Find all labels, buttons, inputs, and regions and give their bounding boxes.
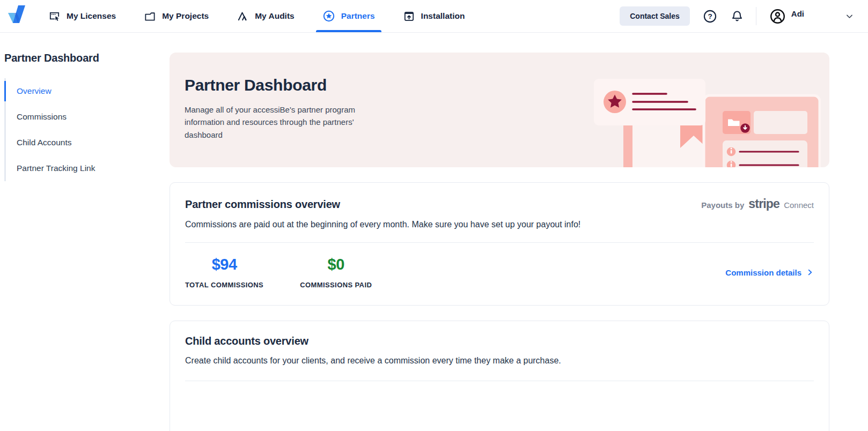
- commissions-stats-row: $94 TOTAL COMMISSIONS $0 COMMISSIONS PAI…: [185, 256, 814, 289]
- user-name: Adi: [791, 9, 804, 18]
- audits-peaks-icon: [237, 10, 249, 23]
- child-accounts-card-title: Child accounts overview: [185, 335, 814, 347]
- commission-details-link[interactable]: Commission details: [725, 268, 814, 277]
- total-commissions-stat: $94 TOTAL COMMISSIONS: [185, 256, 263, 289]
- commissions-card-title: Partner commissions overview: [185, 198, 340, 211]
- nav-my-audits[interactable]: My Audits: [234, 0, 296, 32]
- nav-partners[interactable]: Partners: [320, 0, 377, 32]
- star-circle-icon: [322, 10, 335, 23]
- notifications-button[interactable]: [730, 9, 744, 23]
- help-icon: ?: [703, 9, 717, 24]
- card-divider: [185, 381, 814, 381]
- connect-label: Connect: [784, 200, 814, 210]
- nav-my-projects[interactable]: My Projects: [142, 0, 211, 32]
- commission-details-label: Commission details: [725, 268, 801, 277]
- header-right-cluster: Contact Sales ? Adi: [620, 6, 868, 26]
- install-box-icon: [403, 10, 415, 23]
- partner-sidebar: Partner Dashboard Overview Commissions C…: [0, 33, 170, 181]
- svg-text:?: ?: [708, 12, 712, 20]
- folder-icon: [144, 10, 156, 23]
- license-window-icon: [48, 10, 61, 23]
- sidebar-item-commissions[interactable]: Commissions: [6, 104, 170, 130]
- nav-label: My Projects: [162, 11, 209, 21]
- payouts-by-label: Payouts by: [701, 200, 744, 210]
- child-accounts-card-subtitle: Create child accounts for your clients, …: [185, 356, 814, 366]
- accessibe-logo-icon: [6, 4, 30, 28]
- help-button[interactable]: ?: [703, 9, 717, 24]
- account-chevron[interactable]: [845, 12, 854, 21]
- primary-nav: My Licenses My Projects My Audits Partne…: [46, 0, 490, 32]
- total-commissions-label: TOTAL COMMISSIONS: [185, 281, 263, 289]
- nav-installation[interactable]: Installation: [401, 0, 467, 32]
- main-content: Partner Dashboard Manage all of your acc…: [170, 33, 829, 431]
- nav-label: My Licenses: [67, 11, 116, 21]
- hero-banner: Partner Dashboard Manage all of your acc…: [170, 53, 829, 167]
- commissions-paid-value: $0: [300, 256, 372, 273]
- nav-label: My Audits: [255, 11, 294, 21]
- child-accounts-overview-card: Child accounts overview Create child acc…: [170, 321, 829, 431]
- commissions-card-subtitle: Commissions are paid out at the beginnin…: [185, 220, 814, 229]
- header-divider: [756, 7, 756, 25]
- card-divider: [185, 242, 814, 243]
- commissions-paid-label: COMMISSIONS PAID: [300, 281, 372, 289]
- total-commissions-value: $94: [185, 256, 263, 273]
- contact-sales-button[interactable]: Contact Sales: [620, 6, 690, 26]
- top-navigation-bar: My Licenses My Projects My Audits Partne…: [0, 0, 868, 33]
- page-title: Partner Dashboard: [185, 76, 372, 94]
- accessibe-logo[interactable]: [6, 4, 32, 28]
- chevron-down-icon: [845, 12, 854, 21]
- commissions-paid-stat: $0 COMMISSIONS PAID: [300, 256, 372, 289]
- page-description: Manage all of your accessiBe's partner p…: [185, 103, 372, 141]
- commissions-overview-card: Partner commissions overview Payouts by …: [170, 182, 829, 306]
- stripe-payouts-badge: Payouts by stripe Connect: [701, 197, 814, 211]
- nav-label: Installation: [421, 11, 465, 21]
- commissions-card-header: Partner commissions overview Payouts by …: [185, 197, 814, 211]
- stripe-wordmark: stripe: [748, 197, 779, 211]
- nav-label: Partners: [341, 11, 375, 21]
- sidebar-item-overview[interactable]: Overview: [6, 78, 170, 104]
- hero-text: Partner Dashboard Manage all of your acc…: [185, 76, 372, 141]
- nav-my-licenses[interactable]: My Licenses: [46, 0, 118, 32]
- bell-icon: [730, 9, 744, 23]
- partner-illustration: [590, 53, 821, 167]
- sidebar-item-child-accounts[interactable]: Child Accounts: [6, 130, 170, 155]
- user-avatar-icon: [769, 8, 786, 25]
- sidebar-title: Partner Dashboard: [4, 52, 170, 64]
- sidebar-item-partner-tracking-link[interactable]: Partner Tracking Link: [6, 155, 170, 181]
- chevron-right-icon: [806, 269, 814, 276]
- user-menu[interactable]: Adi: [769, 8, 804, 25]
- sidebar-nav: Overview Commissions Child Accounts Part…: [4, 78, 170, 181]
